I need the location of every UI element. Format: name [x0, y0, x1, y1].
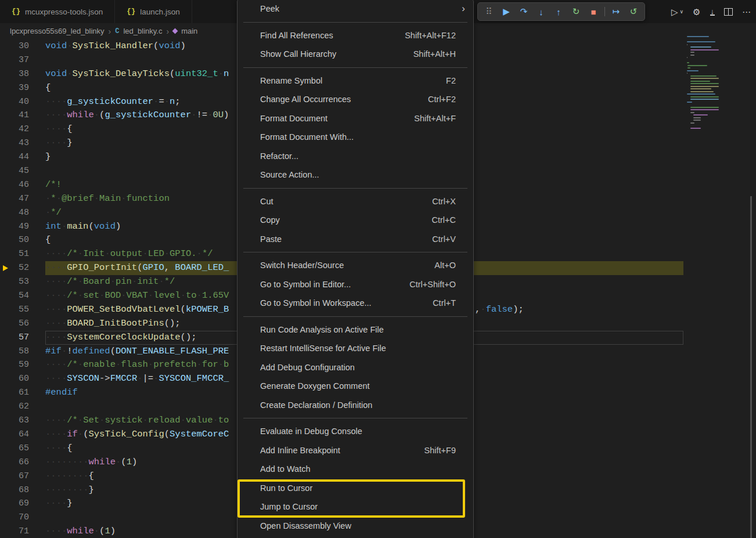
minimap[interactable] — [687, 36, 742, 130]
line-number[interactable]: 69 — [12, 497, 29, 511]
breadcrumb-folder[interactable]: lpcxpresso55s69_led_blinky — [10, 27, 105, 35]
glyph-margin[interactable] — [0, 511, 12, 525]
glyph-margin[interactable] — [0, 206, 12, 220]
line-number[interactable]: 45 — [12, 164, 29, 178]
line-number[interactable]: 71 — [12, 525, 29, 538]
menu-item-change-all-occurrences[interactable]: Change All OccurrencesCtrl+F2 — [237, 90, 473, 109]
menu-item-source-action[interactable]: Source Action... — [237, 165, 473, 185]
glyph-margin[interactable] — [0, 136, 12, 150]
line-number[interactable]: 53 — [12, 275, 29, 289]
glyph-margin[interactable] — [0, 192, 12, 206]
line-number[interactable]: 51 — [12, 247, 29, 261]
stop-button[interactable]: ■ — [585, 7, 602, 17]
tab-mcuxpresso-tools-json[interactable]: {}mcuxpresso-tools.json — [0, 0, 115, 23]
line-number[interactable]: 68 — [12, 483, 29, 497]
menu-item-copy[interactable]: CopyCtrl+C — [237, 211, 473, 230]
glyph-margin[interactable] — [0, 247, 12, 261]
menu-item-restart-intellisense-for-active-file[interactable]: Restart IntelliSense for Active File — [237, 339, 473, 358]
glyph-margin[interactable] — [0, 289, 12, 303]
menu-item-run-to-cursor[interactable]: Run to Cursor — [237, 479, 473, 498]
breadcrumb-symbol[interactable]: main — [181, 27, 197, 35]
glyph-margin[interactable] — [0, 456, 12, 470]
menu-item-show-call-hierarchy[interactable]: Show Call HierarchyShift+Alt+H — [237, 45, 473, 64]
menu-item-switch-header-source[interactable]: Switch Header/SourceAlt+O — [237, 256, 473, 275]
line-number[interactable]: 62 — [12, 400, 29, 414]
step-over-button[interactable]: ↷ — [515, 6, 532, 17]
step-out-button[interactable]: ↑ — [550, 7, 567, 17]
line-number[interactable]: 38 — [12, 67, 29, 81]
glyph-margin[interactable] — [0, 178, 12, 192]
menu-item-peek[interactable]: Peek› — [237, 0, 473, 19]
menu-item-format-document-with[interactable]: Format Document With... — [237, 128, 473, 147]
line-number[interactable]: 49 — [12, 220, 29, 234]
line-number[interactable]: 60 — [12, 372, 29, 386]
glyph-margin[interactable] — [0, 53, 12, 67]
glyph-margin[interactable] — [0, 220, 12, 234]
glyph-margin[interactable] — [0, 122, 12, 136]
menu-item-go-to-symbol-in-editor[interactable]: Go to Symbol in Editor...Ctrl+Shift+O — [237, 275, 473, 294]
glyph-margin[interactable] — [0, 275, 12, 289]
line-number[interactable]: 44 — [12, 150, 29, 164]
glyph-margin[interactable] — [0, 317, 12, 331]
glyph-margin[interactable] — [0, 109, 12, 122]
menu-item-generate-doxygen-comment[interactable]: Generate Doxygen Comment — [237, 377, 473, 396]
glyph-margin[interactable] — [0, 81, 12, 95]
glyph-margin[interactable] — [0, 150, 12, 164]
tab-launch-json[interactable]: {}launch.json — [115, 0, 192, 23]
line-number[interactable]: 47 — [12, 192, 29, 206]
line-number[interactable]: 46 — [12, 178, 29, 192]
line-number[interactable]: 63 — [12, 414, 29, 428]
menu-item-jump-to-cursor[interactable]: Jump to Cursor — [237, 497, 473, 517]
glyph-margin[interactable] — [0, 372, 12, 386]
line-number[interactable]: 37 — [12, 53, 29, 67]
disconnect-button[interactable]: ↦ — [607, 6, 625, 17]
menu-item-add-debug-configuration[interactable]: Add Debug Configuration — [237, 358, 473, 377]
line-number[interactable]: 48 — [12, 206, 29, 220]
more-actions-button[interactable]: ⋯ — [740, 6, 753, 18]
glyph-margin[interactable] — [0, 95, 12, 109]
menu-item-refactor[interactable]: Refactor... — [237, 147, 473, 166]
menu-item-find-all-references[interactable]: Find All ReferencesShift+Alt+F12 — [237, 26, 473, 45]
line-number[interactable]: 57 — [12, 331, 29, 345]
line-number[interactable]: 56 — [12, 317, 29, 331]
menu-item-cut[interactable]: CutCtrl+X — [237, 192, 473, 211]
line-number[interactable]: 54 — [12, 289, 29, 303]
glyph-margin[interactable] — [0, 470, 12, 483]
line-number[interactable]: 64 — [12, 428, 29, 442]
line-number[interactable]: 42 — [12, 122, 29, 136]
line-number[interactable]: 66 — [12, 456, 29, 470]
glyph-margin[interactable] — [0, 483, 12, 497]
line-number[interactable]: 65 — [12, 442, 29, 456]
restart-button[interactable]: ↻ — [567, 6, 585, 17]
glyph-margin[interactable] — [0, 39, 12, 53]
menu-item-add-inline-breakpoint[interactable]: Add Inline BreakpointShift+F9 — [237, 441, 473, 460]
line-number[interactable]: 55 — [12, 303, 29, 317]
menu-item-paste[interactable]: PasteCtrl+V — [237, 230, 473, 249]
glyph-margin[interactable] — [0, 428, 12, 442]
line-number[interactable]: 58 — [12, 345, 29, 359]
glyph-margin[interactable] — [0, 400, 12, 414]
line-number[interactable]: 39 — [12, 81, 29, 95]
breadcrumb-file[interactable]: led_blinky.c — [123, 27, 162, 35]
menu-item-create-declaration-definition[interactable]: Create Declaration / Definition — [237, 396, 473, 415]
continue-button[interactable]: ▶ — [498, 6, 515, 17]
line-number[interactable]: 30 — [12, 39, 29, 53]
glyph-margin[interactable] — [0, 67, 12, 81]
line-number[interactable]: 41 — [12, 109, 29, 122]
menu-item-add-to-watch[interactable]: Add to Watch — [237, 460, 473, 479]
flash-download-button[interactable]: ↓ — [708, 6, 717, 17]
line-number[interactable]: 61 — [12, 386, 29, 400]
split-editor-button[interactable] — [722, 6, 735, 17]
glyph-margin[interactable] — [0, 303, 12, 317]
glyph-margin[interactable] — [0, 261, 12, 275]
scrollbar-thumb[interactable] — [750, 196, 752, 538]
glyph-margin[interactable] — [0, 442, 12, 456]
glyph-margin[interactable] — [0, 233, 12, 247]
step-into-button[interactable]: ↓ — [532, 7, 550, 17]
menu-item-go-to-symbol-in-workspace[interactable]: Go to Symbol in Workspace...Ctrl+T — [237, 294, 473, 313]
glyph-margin[interactable] — [0, 497, 12, 511]
glyph-margin[interactable] — [0, 331, 12, 345]
line-number[interactable]: 43 — [12, 136, 29, 150]
menu-item-open-disassembly-view[interactable]: Open Disassembly View — [237, 517, 473, 536]
glyph-margin[interactable] — [0, 345, 12, 359]
